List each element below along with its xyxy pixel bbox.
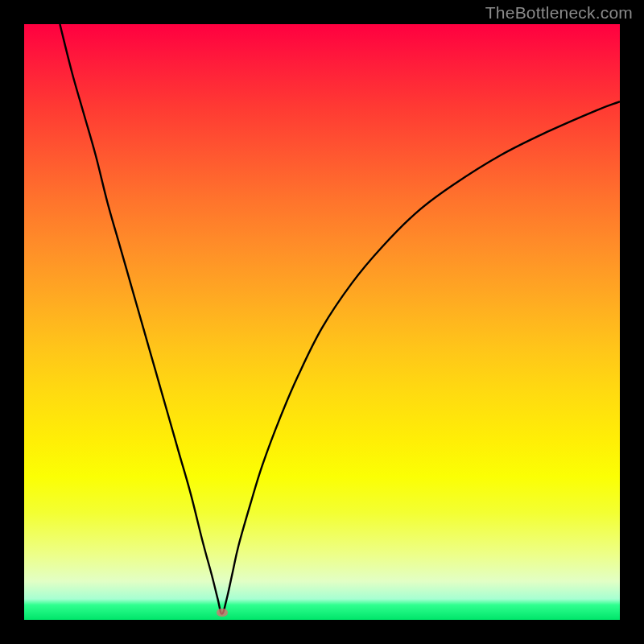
gradient-plot-area: [24, 24, 620, 620]
watermark-text: TheBottleneck.com: [485, 3, 633, 23]
curve-svg: [24, 24, 620, 620]
chart-stage: TheBottleneck.com: [0, 0, 644, 644]
minimum-marker: [217, 609, 228, 617]
bottleneck-curve: [60, 24, 620, 614]
